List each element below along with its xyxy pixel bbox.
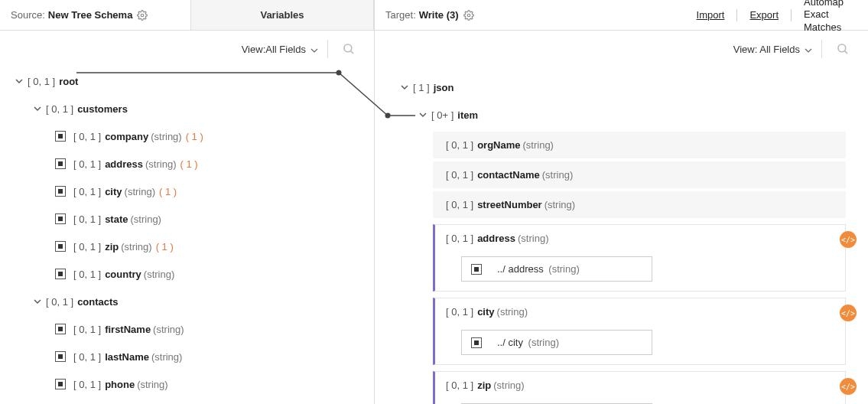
target-tree: [ 1 ]json [ 0+ ]item [ 0, 1 ]orgName(str…: [375, 67, 868, 404]
tree-leaf-firstName[interactable]: [ 0, 1 ]firstName(string): [9, 315, 369, 343]
svg-point-0: [141, 14, 145, 17]
tab-variables[interactable]: Variables: [190, 0, 374, 30]
tree-leaf-city[interactable]: [ 0, 1 ]city(string)( 1 ): [9, 178, 369, 205]
svg-point-3: [838, 44, 846, 52]
tree-node-json[interactable]: [ 1 ]json: [395, 73, 868, 101]
field-handle-icon[interactable]: [55, 379, 66, 389]
field-handle-icon: [471, 337, 482, 348]
chevron-down-icon[interactable]: [32, 103, 43, 114]
field-handle-icon[interactable]: [55, 324, 66, 334]
tree-node-customers[interactable]: [ 0, 1 ]customers: [9, 95, 369, 122]
chevron-down-icon: [310, 45, 318, 53]
target-field-orgName[interactable]: [ 0, 1 ]orgName(string): [433, 132, 846, 158]
chevron-down-icon[interactable]: [399, 82, 410, 93]
chevron-down-icon[interactable]: [14, 76, 24, 86]
source-name: New Tree Schema: [48, 9, 133, 21]
gear-icon[interactable]: [463, 10, 474, 21]
target-field-streetNumber[interactable]: [ 0, 1 ]streetNumber(string): [433, 191, 846, 218]
view-filter-dropdown[interactable]: View:All Fields: [242, 44, 318, 55]
import-link[interactable]: Import: [697, 9, 725, 21]
tree-node-root[interactable]: [ 0, 1 ]root: [9, 67, 369, 95]
source-tree: [ 0, 1 ]root [ 0, 1 ]customers [ 0, 1 ]c…: [0, 67, 374, 404]
chevron-down-icon: [805, 45, 812, 53]
chevron-down-icon[interactable]: [418, 109, 428, 120]
field-handle-icon[interactable]: [55, 131, 66, 142]
tree-leaf-zip[interactable]: [ 0, 1 ]zip(string)( 1 ): [9, 233, 369, 260]
target-field-city[interactable]: [ 0, 1 ]city(string) </>: [435, 298, 845, 325]
tree-leaf-company[interactable]: [ 0, 1 ]company(string)( 1 ): [9, 122, 369, 150]
automap-link[interactable]: Automap Exact Matches: [804, 0, 850, 34]
target-field-zip[interactable]: [ 0, 1 ]zip(string) </>: [435, 372, 845, 399]
search-icon[interactable]: [831, 37, 854, 60]
tree-leaf-lastName[interactable]: [ 0, 1 ]lastName(string): [9, 343, 369, 370]
field-handle-icon[interactable]: [55, 186, 66, 197]
code-icon[interactable]: </>: [840, 231, 857, 248]
svg-point-1: [344, 44, 352, 52]
field-handle-icon[interactable]: [55, 269, 66, 279]
tree-node-item[interactable]: [ 0+ ]item: [395, 101, 868, 129]
field-handle-icon[interactable]: [55, 213, 66, 224]
field-handle-icon[interactable]: [55, 351, 66, 362]
target-field-contactName[interactable]: [ 0, 1 ]contactName(string): [433, 161, 846, 188]
tree-leaf-country[interactable]: [ 0, 1 ]country(string): [9, 260, 369, 288]
search-icon[interactable]: [337, 37, 360, 60]
source-label: Source:: [11, 9, 45, 21]
mapping-source-address[interactable]: ../ address (string): [461, 256, 652, 282]
target-label: Target:: [385, 9, 416, 21]
svg-point-2: [467, 14, 470, 17]
target-field-address[interactable]: [ 0, 1 ]address(string) </>: [435, 225, 845, 252]
tree-node-contacts[interactable]: [ 0, 1 ]contacts: [9, 288, 369, 315]
field-handle-icon: [471, 264, 482, 275]
tree-leaf-fax[interactable]: [ 0, 1 ]fax(string): [9, 398, 369, 404]
tree-leaf-phone[interactable]: [ 0, 1 ]phone(string): [9, 370, 369, 398]
gear-icon[interactable]: [137, 10, 148, 21]
chevron-down-icon[interactable]: [32, 296, 43, 307]
field-handle-icon[interactable]: [55, 158, 66, 169]
code-icon[interactable]: </>: [840, 378, 857, 395]
code-icon[interactable]: </>: [840, 305, 857, 321]
field-handle-icon[interactable]: [55, 241, 66, 252]
target-name: Write (3): [419, 9, 459, 21]
mapping-source-city[interactable]: ../ city (string): [461, 330, 652, 355]
tree-leaf-state[interactable]: [ 0, 1 ]state(string): [9, 205, 369, 233]
tree-leaf-address[interactable]: [ 0, 1 ]address(string)( 1 ): [9, 150, 369, 178]
view-filter-dropdown[interactable]: View: All Fields: [733, 44, 812, 55]
export-link[interactable]: Export: [749, 9, 779, 21]
